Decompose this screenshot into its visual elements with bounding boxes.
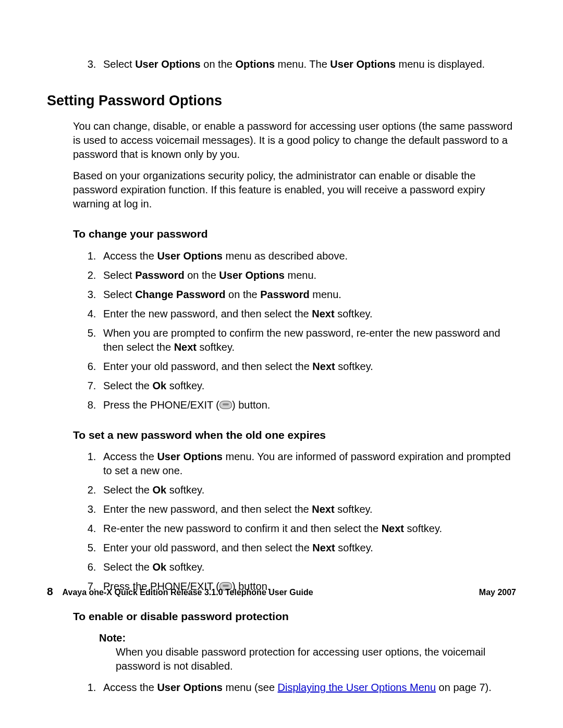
bold-text: User Options [157, 250, 223, 262]
footer-left: 8 Avaya one-X Quick Edition Release 3.1.… [47, 585, 313, 598]
text: Enter the new password, and then select … [103, 308, 312, 319]
document-page: Select User Options on the Options menu.… [0, 0, 563, 728]
text: menu as described above. [223, 250, 348, 262]
text: menu (see [223, 682, 278, 693]
text: on the [201, 58, 236, 70]
text: softkey. [404, 523, 442, 534]
text: softkey. [335, 308, 373, 319]
sub-heading-expired-password: To set a new password when the old one e… [73, 428, 516, 442]
list-item: Enter your old password, and then select… [99, 360, 516, 374]
list-item: Access the User Options menu (see Displa… [99, 681, 516, 695]
list-item: Access the User Options menu as describe… [99, 249, 516, 263]
sub-heading-change-password: To change your password [73, 227, 516, 241]
text: Select the [103, 561, 153, 573]
bold-text: Change Password [135, 289, 225, 300]
text: softkey. [335, 361, 373, 372]
bold-text: Next [312, 308, 334, 319]
text: ) button. [232, 399, 270, 411]
bold-text: User Options [330, 58, 396, 70]
body-paragraph: You can change, disable, or enable a pas… [73, 119, 516, 162]
text: Select [103, 269, 135, 281]
text: Select [103, 289, 135, 300]
text: Enter the new password, and then select … [103, 503, 312, 515]
bold-text: Ok [153, 380, 167, 391]
list-item: Enter the new password, and then select … [99, 307, 516, 321]
note-body: When you disable password protection for… [116, 645, 516, 673]
list-item: Select the Ok softkey. [99, 483, 516, 497]
phone-exit-icon [219, 401, 232, 409]
text: Access the [103, 451, 157, 462]
bold-text: Options [235, 58, 275, 70]
text: Select [103, 58, 135, 70]
bold-text: Next [312, 361, 335, 372]
bold-text: User Options [157, 451, 223, 462]
section-heading: Setting Password Options [47, 91, 516, 110]
text: softkey. [166, 561, 204, 573]
list-item: Enter your old password, and then select… [99, 541, 516, 555]
bold-text: Next [382, 523, 404, 534]
text: When you are prompted to confirm the new… [103, 327, 500, 353]
text: menu. [310, 289, 341, 300]
list-item: Select the Ok softkey. [99, 560, 516, 574]
text: Re-enter the new password to confirm it … [103, 523, 382, 534]
text: softkey. [335, 503, 373, 515]
bold-text: Next [174, 341, 197, 353]
note-block: Note: When you disable password protecti… [99, 631, 516, 673]
expired-password-steps: Access the User Options menu. You are in… [83, 450, 516, 594]
list-item: Select Change Password on the Password m… [99, 288, 516, 302]
bold-text: Next [312, 542, 335, 553]
bold-text: User Options [219, 269, 285, 281]
list-item: Select Password on the User Options menu… [99, 268, 516, 282]
text: softkey. [166, 484, 204, 496]
list-item: When you are prompted to confirm the new… [99, 326, 516, 354]
page-number: 8 [47, 585, 53, 597]
footer-title: Avaya one-X Quick Edition Release 3.1.0 … [63, 588, 313, 597]
list-item: Press the PHONE/EXIT () button. [99, 398, 516, 412]
text: menu. [285, 269, 316, 281]
bold-text: Password [260, 289, 309, 300]
list-item: Select the Ok softkey. [99, 379, 516, 393]
text: on the [185, 269, 219, 281]
bold-text: Next [312, 503, 334, 515]
page-content: Select User Options on the Options menu.… [47, 57, 516, 695]
text: Press the PHONE/EXIT ( [103, 399, 219, 411]
text: Access the [103, 250, 157, 262]
change-password-steps: Access the User Options menu as describe… [83, 249, 516, 412]
text: menu is displayed. [396, 58, 485, 70]
list-item: Re-enter the new password to confirm it … [99, 522, 516, 536]
password-protection-steps: Access the User Options menu (see Displa… [83, 681, 516, 695]
bold-text: Ok [153, 561, 167, 573]
sub-heading-password-protection: To enable or disable password protection [73, 609, 516, 624]
list-item: Enter the new password, and then select … [99, 502, 516, 516]
text: softkey. [166, 380, 204, 391]
footer-date: May 2007 [479, 588, 516, 597]
intro-step-list: Select User Options on the Options menu.… [83, 57, 516, 71]
bold-text: User Options [157, 682, 223, 693]
text: on the [226, 289, 261, 300]
text: softkey. [335, 542, 373, 553]
text: softkey. [197, 341, 235, 353]
text: menu. The [275, 58, 330, 70]
body-paragraph: Based on your organizations security pol… [73, 169, 516, 211]
link-user-options-menu[interactable]: Displaying the User Options Menu [278, 682, 436, 693]
text: Enter your old password, and then select… [103, 361, 312, 372]
bold-text: Ok [153, 484, 167, 496]
text: Select the [103, 380, 153, 391]
text: Select the [103, 484, 153, 496]
note-label: Note: [99, 631, 516, 645]
bold-text: User Options [135, 58, 201, 70]
list-item: Access the User Options menu. You are in… [99, 450, 516, 478]
text: on page 7). [436, 682, 492, 693]
intro-step-3: Select User Options on the Options menu.… [99, 57, 516, 71]
page-footer: 8 Avaya one-X Quick Edition Release 3.1.… [47, 585, 516, 598]
bold-text: Password [135, 269, 184, 281]
text: Enter your old password, and then select… [103, 542, 312, 553]
text: Access the [103, 682, 157, 693]
